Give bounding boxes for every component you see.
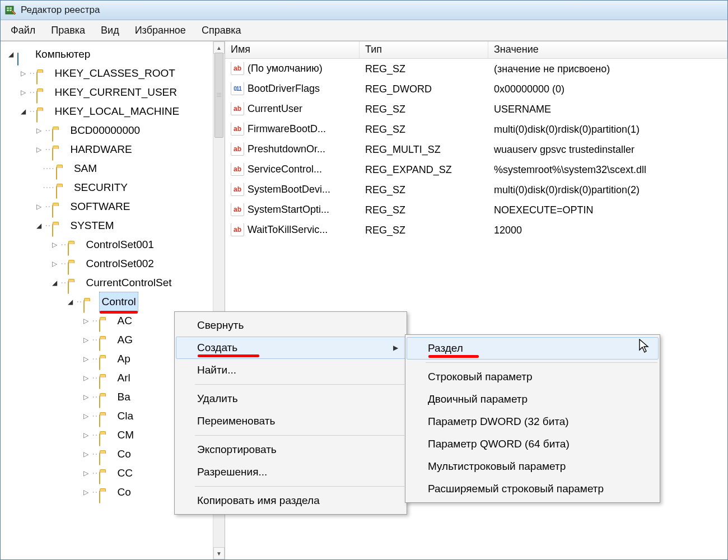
expander-icon[interactable]: ▷ <box>81 488 90 497</box>
value-name: PreshutdownOr... <box>248 143 325 155</box>
values-header: Имя Тип Значение <box>225 41 727 59</box>
value-row[interactable]: abServiceControl...REG_EXPAND_SZ%systemr… <box>225 160 727 180</box>
scroll-up-icon[interactable]: ▲ <box>213 41 225 54</box>
ctx-find[interactable]: Найти... <box>176 359 405 381</box>
folder-icon <box>36 87 49 97</box>
menu-separator <box>426 362 657 363</box>
expander-icon[interactable]: ◢ <box>34 221 43 230</box>
expander-icon[interactable]: ◢ <box>6 50 15 59</box>
sub-binary[interactable]: Двоичный параметр <box>407 388 659 410</box>
col-data[interactable]: Значение <box>488 41 727 58</box>
folder-icon <box>83 297 96 307</box>
value-row[interactable]: 011BootDriverFlagsREG_DWORD0x00000000 (0… <box>225 79 727 99</box>
menu-label: Строковый параметр <box>428 371 533 383</box>
menu-view[interactable]: Вид <box>93 22 127 39</box>
sub-dword[interactable]: Параметр DWORD (32 бита) <box>407 410 659 433</box>
tree-item[interactable]: ····SECURITY <box>3 178 225 197</box>
value-row[interactable]: abCurrentUserREG_SZUSERNAME <box>225 99 727 119</box>
expander-icon[interactable]: ▷ <box>81 335 90 344</box>
tree-label: SECURITY <box>72 178 130 197</box>
expander-icon[interactable]: ▷ <box>81 374 90 382</box>
ctx-create[interactable]: Создать ▶ <box>176 337 405 359</box>
ctx-permissions[interactable]: Разрешения... <box>176 461 405 483</box>
tree-hklm[interactable]: ◢ ·· HKEY_LOCAL_MACHINE <box>3 102 225 121</box>
menu-label: Экспортировать <box>197 444 277 456</box>
menu-bar: Файл Правка Вид Избранное Справка <box>1 20 727 41</box>
value-type: REG_SZ <box>360 225 488 236</box>
sub-multi[interactable]: Мультистроковый параметр <box>407 455 659 478</box>
tree-item[interactable]: ▷··SOFTWARE <box>3 197 225 216</box>
sub-qword[interactable]: Параметр QWORD (64 бита) <box>407 433 659 455</box>
tree-label: SOFTWARE <box>68 197 132 216</box>
sub-string[interactable]: Строковый параметр <box>407 366 659 388</box>
computer-icon <box>17 49 30 59</box>
ctx-copyname[interactable]: Копировать имя раздела <box>176 489 405 512</box>
col-name[interactable]: Имя <box>225 41 360 58</box>
expander-icon[interactable]: ◢ <box>50 278 59 287</box>
create-submenu: Раздел Строковый параметр Двоичный парам… <box>405 334 660 503</box>
sub-expand[interactable]: Расширяемый строковый параметр <box>407 478 659 500</box>
expander-icon[interactable]: ▷ <box>18 69 27 78</box>
expander-icon[interactable]: ▷ <box>50 259 59 268</box>
folder-icon <box>52 221 64 231</box>
sub-key[interactable]: Раздел <box>407 337 659 360</box>
scroll-thumb[interactable] <box>214 53 223 138</box>
expander-icon[interactable]: ▷ <box>81 316 90 325</box>
value-row[interactable]: abSystemBootDevi...REG_SZmulti(0)disk(0)… <box>225 180 727 200</box>
tree-item[interactable]: ▷··ControlSet001 <box>3 235 225 254</box>
ctx-export[interactable]: Экспортировать <box>176 438 405 461</box>
value-row[interactable]: abWaitToKillServic...REG_SZ12000 <box>225 220 727 240</box>
col-type[interactable]: Тип <box>360 41 488 58</box>
tree-label: Ap <box>115 349 132 368</box>
folder-icon <box>99 468 111 478</box>
tree-item[interactable]: ▷··BCD00000000 <box>3 121 225 140</box>
menu-label: Расширяемый строковый параметр <box>428 483 604 495</box>
value-name: BootDriverFlags <box>248 83 320 94</box>
expander-icon[interactable]: ▷ <box>81 354 90 363</box>
value-type: REG_SZ <box>360 184 488 196</box>
value-row[interactable]: abPreshutdownOr...REG_MULTI_SZwuauserv g… <box>225 139 727 160</box>
tree-label: Ba <box>115 388 132 407</box>
folder-icon <box>99 335 111 345</box>
expander-icon[interactable]: ◢ <box>18 107 27 116</box>
tree-item-control[interactable]: ◢ ·· Control <box>3 292 225 311</box>
tree-item[interactable]: ····SAM <box>3 159 225 178</box>
value-row[interactable]: ab(По умолчанию)REG_SZ(значение не присв… <box>225 59 727 79</box>
ctx-delete[interactable]: Удалить <box>176 388 405 410</box>
menu-label: Свернуть <box>197 319 244 332</box>
scroll-down-icon[interactable]: ▼ <box>213 547 225 559</box>
expander-icon[interactable]: ▷ <box>81 431 90 440</box>
menu-label: Удалить <box>197 393 238 405</box>
menu-label: Переименовать <box>197 415 275 427</box>
ctx-collapse[interactable]: Свернуть <box>176 314 405 337</box>
tree-label: Co <box>115 483 133 502</box>
value-row[interactable]: abFirmwareBootD...REG_SZmulti(0)disk(0)r… <box>225 119 727 139</box>
menu-help[interactable]: Справка <box>194 22 249 39</box>
expander-icon[interactable]: ▷ <box>81 412 90 421</box>
tree-item[interactable]: ▷··HARDWARE <box>3 140 225 159</box>
value-type: REG_DWORD <box>360 83 488 95</box>
value-row[interactable]: abSystemStartOpti...REG_SZ NOEXECUTE=OPT… <box>225 200 727 220</box>
menu-fav[interactable]: Избранное <box>127 22 194 39</box>
expander-icon[interactable]: ▷ <box>81 393 90 402</box>
expander-icon[interactable]: ▷ <box>81 450 90 459</box>
tree-root[interactable]: ◢ Компьютер <box>3 45 225 64</box>
expander-icon[interactable]: ▷ <box>34 126 43 135</box>
tree-hkcr[interactable]: ▷ ·· HKEY_CLASSES_ROOT <box>3 64 225 83</box>
value-type: REG_SZ <box>360 204 488 216</box>
menu-file[interactable]: Файл <box>3 22 43 39</box>
ctx-rename[interactable]: Переименовать <box>176 410 405 432</box>
expander-icon[interactable]: ▷ <box>81 469 90 478</box>
expander-icon[interactable]: ▷ <box>18 88 27 97</box>
tree-label: HKEY_CURRENT_USER <box>52 83 179 102</box>
tree-item[interactable]: ▷··ControlSet002 <box>3 254 225 273</box>
tree-item[interactable]: ◢··SYSTEM <box>3 216 225 235</box>
expander-icon[interactable]: ▷ <box>34 145 43 154</box>
tree-hkcu[interactable]: ▷ ·· HKEY_CURRENT_USER <box>3 83 225 102</box>
menu-edit[interactable]: Правка <box>43 22 93 39</box>
tree-item[interactable]: ◢··CurrentControlSet <box>3 273 225 292</box>
expander-icon[interactable]: ▷ <box>34 202 43 211</box>
value-data: NOEXECUTE=OPTIN <box>488 204 727 216</box>
expander-icon[interactable]: ◢ <box>66 297 74 306</box>
expander-icon[interactable]: ▷ <box>50 240 59 249</box>
